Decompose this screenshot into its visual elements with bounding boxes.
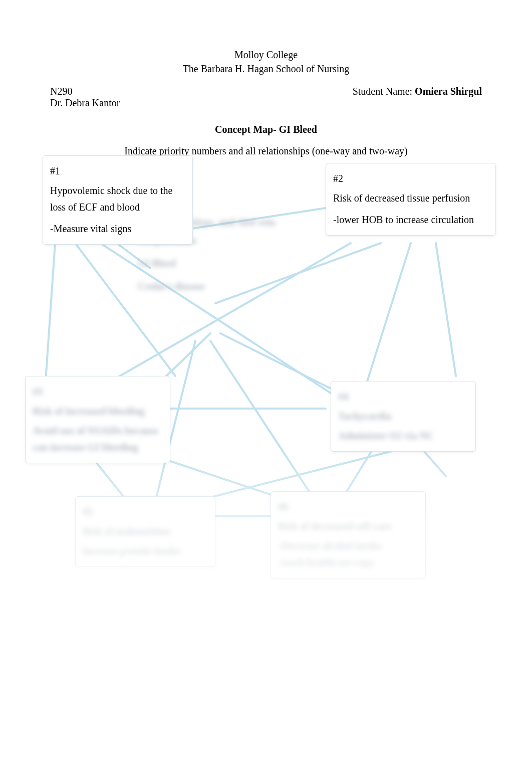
box5-l1: Risk of malnutrition bbox=[83, 524, 208, 539]
header-line1: Molloy College bbox=[0, 48, 532, 62]
concept-box-4: #4 Tachycardia Administer O2 via NC bbox=[331, 381, 476, 452]
center-line3: GI Bleed bbox=[138, 254, 276, 272]
box4-num: #4 bbox=[338, 389, 468, 404]
box3-l3: can increase GI bleeding bbox=[33, 440, 163, 455]
student-name: Omiera Shirgul bbox=[415, 86, 482, 97]
box6-l1: Risk of decreased self-care bbox=[278, 519, 418, 534]
svg-line-8 bbox=[436, 243, 456, 376]
box1-l3: -Measure vital signs bbox=[50, 222, 185, 236]
concept-box-1: #1 Hypovolemic shock due to the loss of … bbox=[43, 155, 193, 245]
box5-num: #5 bbox=[83, 505, 208, 519]
box2-num: #2 bbox=[333, 171, 488, 186]
page-subtitle: Indicate priority numbers and all relati… bbox=[0, 135, 532, 157]
box1-l1: Hypovolemic shock due to the bbox=[50, 183, 185, 198]
svg-line-19 bbox=[210, 341, 316, 501]
box3-l2: Avoid use of NSAIDs because bbox=[33, 424, 163, 438]
box6-l3: -teach healthcare copy bbox=[278, 555, 418, 570]
concept-box-2: #2 Risk of decreased tissue perfusion -l… bbox=[326, 163, 496, 236]
box2-l2: -lower HOB to increase circulation bbox=[333, 213, 488, 227]
instructor-name: Dr. Debra Kantor bbox=[50, 97, 120, 109]
box4-l2: Administer O2 via NC bbox=[338, 429, 468, 443]
box1-num: #1 bbox=[50, 164, 185, 178]
blur-overlay bbox=[0, 446, 532, 707]
box3-num: #3 bbox=[33, 384, 163, 399]
box5-l2: increase protein intake bbox=[83, 544, 208, 558]
student-label: Student Name: bbox=[353, 86, 415, 97]
concept-box-3: #3 Risk of increased bleeding Avoid use … bbox=[25, 376, 170, 463]
course-code: N290 bbox=[50, 86, 120, 97]
svg-line-7 bbox=[366, 243, 411, 386]
page-title: Concept Map- GI Bleed bbox=[0, 109, 532, 135]
box6-num: #6 bbox=[278, 500, 418, 514]
concept-box-6: #6 Risk of decreased self-care -Decrease… bbox=[271, 491, 426, 578]
concept-box-5: #5 Risk of malnutrition increase protein… bbox=[75, 496, 215, 567]
svg-line-0 bbox=[45, 243, 55, 388]
concept-map-diagram: Infections, Polyps, and Abd vein complic… bbox=[0, 155, 532, 707]
header-line2: The Barbara H. Hagan School of Nursing bbox=[0, 62, 532, 76]
box2-l1: Risk of decreased tissue perfusion bbox=[333, 191, 488, 206]
box3-l1: Risk of increased bleeding bbox=[33, 404, 163, 419]
box1-l2: loss of ECF and blood bbox=[50, 200, 185, 215]
center-line4: Crohn's disease bbox=[138, 277, 276, 295]
box6-l2: -Decrease alcohol intake bbox=[278, 539, 418, 553]
box4-l1: Tachycardia bbox=[338, 409, 468, 424]
